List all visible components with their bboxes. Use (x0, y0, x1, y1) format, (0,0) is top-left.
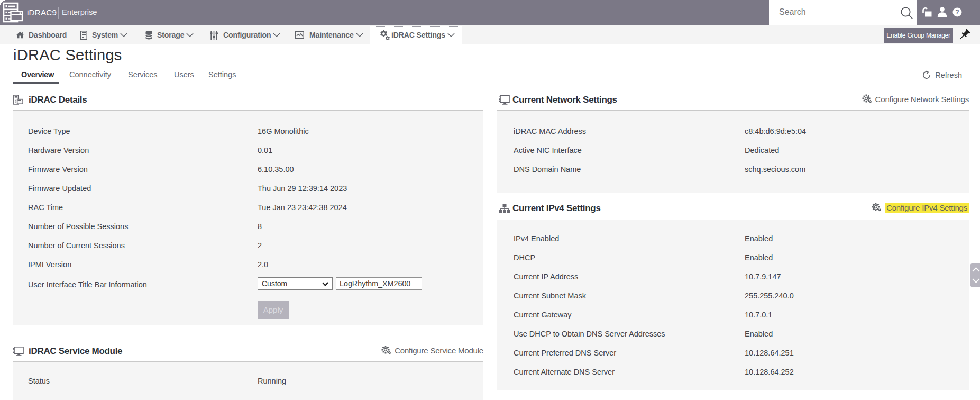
svg-text:?: ? (955, 8, 959, 16)
